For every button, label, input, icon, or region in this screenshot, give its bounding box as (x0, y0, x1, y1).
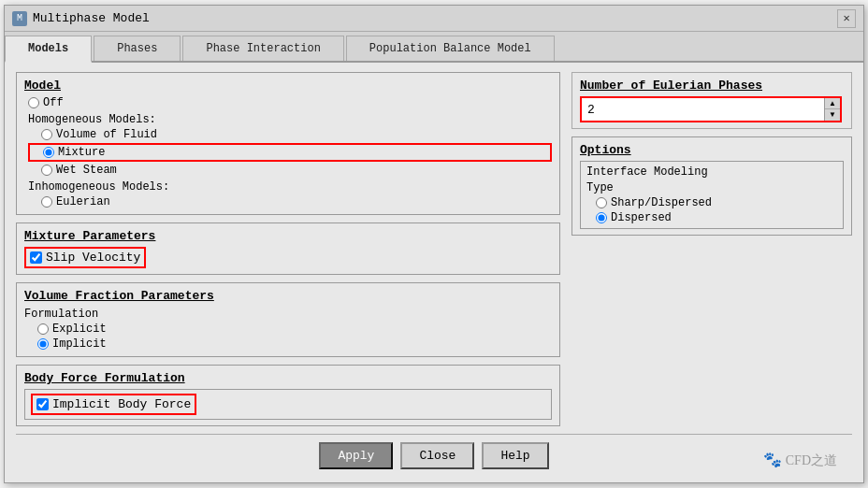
radio-sharp-dispersed[interactable]: Sharp/Dispersed (596, 196, 837, 209)
radio-dispersed[interactable]: Dispersed (596, 211, 837, 224)
tab-bar: Models Phases Phase Interaction Populati… (5, 32, 863, 63)
body-force-section: Body Force Formulation Implicit Body For… (16, 365, 560, 426)
interface-modeling-label: Interface Modeling (586, 165, 837, 179)
radio-off-label: Off (43, 96, 64, 109)
radio-mixture-input[interactable] (43, 147, 54, 158)
content-area: Model Off Homogeneous Models: Volume of … (5, 63, 863, 482)
radio-wet-steam-input[interactable] (41, 165, 52, 176)
slip-velocity-label: Slip Velocity (46, 251, 140, 265)
radio-off-input[interactable] (28, 97, 39, 108)
tab-phase-interaction[interactable]: Phase Interaction (182, 36, 343, 61)
radio-implicit-label: Implicit (52, 337, 107, 351)
close-dialog-button[interactable]: Close (400, 442, 474, 469)
apply-button[interactable]: Apply (319, 442, 393, 469)
body-force-inner: Implicit Body Force (24, 389, 552, 420)
model-section: Model Off Homogeneous Models: Volume of … (16, 72, 560, 215)
options-title: Options (580, 143, 844, 157)
formulation-label: Formulation (24, 308, 98, 321)
radio-vof-input[interactable] (41, 129, 52, 140)
radio-sharp-dispersed-label: Sharp/Dispersed (611, 196, 712, 209)
slip-velocity-checkbox[interactable] (30, 251, 42, 264)
right-panel: Number of Eulerian Phases 2 ▲ ▼ Options … (571, 72, 852, 430)
implicit-body-force-label: Implicit Body Force (52, 397, 191, 411)
formulation-radio-group: Explicit Implicit (24, 323, 552, 351)
mixture-parameters-section: Mixture Parameters Slip Velocity (16, 222, 560, 275)
mixture-parameters-title: Mixture Parameters (24, 229, 552, 243)
interface-type-radio-group: Sharp/Dispersed Dispersed (586, 196, 837, 224)
left-panel: Model Off Homogeneous Models: Volume of … (16, 72, 560, 430)
radio-dispersed-input[interactable] (596, 212, 607, 223)
radio-sharp-dispersed-input[interactable] (596, 197, 607, 208)
body-force-title: Body Force Formulation (24, 371, 552, 385)
window-title: Multiphase Model (33, 11, 150, 25)
radio-eulerian-label: Eulerian (56, 195, 110, 208)
interface-modeling-box: Interface Modeling Type Sharp/Dispersed … (580, 161, 844, 229)
implicit-body-force-container: Implicit Body Force (31, 394, 196, 415)
close-button[interactable]: ✕ (837, 9, 856, 28)
spin-down-button[interactable]: ▼ (825, 109, 840, 121)
radio-off[interactable]: Off (28, 96, 552, 109)
model-radio-group: Off Homogeneous Models: Volume of Fluid … (24, 96, 552, 208)
titlebar-left: M Multiphase Model (12, 11, 150, 26)
eulerian-phases-section: Number of Eulerian Phases 2 ▲ ▼ (571, 72, 852, 129)
radio-dispersed-label: Dispersed (611, 211, 672, 224)
radio-mixture[interactable]: Mixture (28, 143, 552, 162)
radio-explicit-input[interactable] (37, 323, 49, 335)
radio-vof[interactable]: Volume of Fluid (28, 128, 552, 141)
slip-velocity-checkbox-container: Slip Velocity (24, 247, 146, 268)
bottom-bar: Apply Close Help 🐾 CFD之道 (16, 434, 852, 475)
radio-implicit[interactable]: Implicit (37, 337, 552, 351)
radio-wet-steam[interactable]: Wet Steam (28, 164, 552, 177)
eulerian-phases-spinner: 2 ▲ ▼ (580, 96, 842, 122)
type-label: Type (586, 181, 614, 194)
radio-eulerian[interactable]: Eulerian (28, 195, 552, 208)
radio-wet-steam-label: Wet Steam (56, 164, 117, 177)
radio-vof-label: Volume of Fluid (56, 128, 157, 141)
radio-eulerian-input[interactable] (41, 196, 52, 208)
inhomogeneous-group-label: Inhomogeneous Models: (28, 180, 552, 194)
implicit-body-force-checkbox[interactable] (36, 398, 49, 410)
radio-mixture-label: Mixture (58, 146, 105, 159)
volume-fraction-section: Volume Fraction Parameters Formulation E… (16, 282, 560, 357)
eulerian-phases-input[interactable]: 2 (582, 98, 824, 121)
options-section: Options Interface Modeling Type Sharp/Di… (571, 136, 852, 236)
homogeneous-group-label: Homogeneous Models: (28, 113, 552, 126)
tab-phases[interactable]: Phases (94, 36, 181, 61)
spin-up-button[interactable]: ▲ (825, 98, 840, 109)
model-section-title: Model (24, 79, 552, 93)
radio-explicit-label: Explicit (52, 323, 107, 336)
main-area: Model Off Homogeneous Models: Volume of … (16, 72, 852, 430)
watermark: 🐾 CFD之道 (763, 451, 837, 469)
tab-models[interactable]: Models (5, 36, 92, 63)
radio-implicit-input[interactable] (37, 338, 49, 350)
eulerian-phases-title: Number of Eulerian Phases (580, 79, 844, 93)
tab-population-balance[interactable]: Population Balance Model (346, 36, 555, 61)
main-window: M Multiphase Model ✕ Models Phases Phase… (4, 5, 864, 483)
titlebar: M Multiphase Model ✕ (5, 6, 863, 32)
volume-fraction-title: Volume Fraction Parameters (24, 289, 552, 303)
formulation-subsection: Formulation Explicit Implicit (24, 307, 552, 351)
window-icon: M (12, 11, 27, 26)
radio-explicit[interactable]: Explicit (37, 323, 552, 336)
spin-buttons: ▲ ▼ (824, 98, 840, 121)
help-button[interactable]: Help (482, 442, 548, 469)
